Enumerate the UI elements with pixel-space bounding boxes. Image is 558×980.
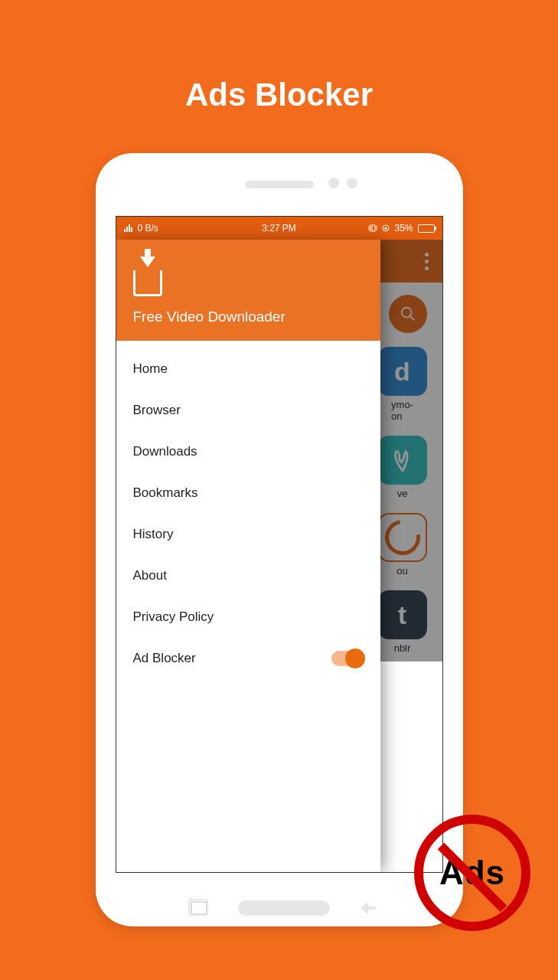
- drawer-items: Home Browser Downloads Bookmarks History…: [116, 341, 380, 872]
- vibrate-icon: [368, 224, 377, 232]
- drawer-item-bookmarks[interactable]: Bookmarks: [116, 472, 380, 514]
- drawer-item-history[interactable]: History: [116, 514, 380, 555]
- sensor-dots: [328, 178, 357, 188]
- tile-label: ve: [397, 488, 408, 499]
- promo-title: Ads Blocker: [0, 0, 558, 113]
- recents-icon[interactable]: [191, 901, 207, 915]
- screen: 0 B/s 3:27 PM 35%: [116, 216, 443, 873]
- tile-youku[interactable]: ou: [378, 513, 427, 577]
- drawer-item-about[interactable]: About: [116, 555, 380, 596]
- tile-label: ou: [396, 565, 407, 577]
- home-button[interactable]: [238, 900, 330, 916]
- drawer-item-privacy[interactable]: Privacy Policy: [116, 596, 380, 638]
- back-icon[interactable]: [361, 902, 368, 914]
- tile-label: nblr: [394, 642, 411, 654]
- tile-tumblr[interactable]: t nblr: [378, 590, 427, 654]
- search-icon: [400, 305, 416, 322]
- tile-dailymotion[interactable]: d ymo-on: [378, 347, 427, 422]
- earpiece: [245, 181, 314, 188]
- drawer-item-downloads[interactable]: Downloads: [116, 431, 380, 472]
- phone-frame: 0 B/s 3:27 PM 35%: [96, 153, 463, 926]
- adblocker-toggle[interactable]: [331, 651, 364, 666]
- svg-rect-1: [385, 227, 387, 230]
- overflow-menu-icon[interactable]: [425, 253, 429, 270]
- search-button[interactable]: [389, 295, 427, 333]
- drawer-app-name: Free Video Downloader: [133, 309, 364, 325]
- tile-vine[interactable]: ve: [378, 436, 427, 499]
- drawer-item-browser[interactable]: Browser: [116, 390, 380, 431]
- status-bar: 0 B/s 3:27 PM 35%: [116, 217, 442, 240]
- rotate-lock-icon: [382, 224, 390, 232]
- no-ads-text: Ads: [439, 854, 505, 892]
- status-time: 3:27 PM: [262, 223, 296, 234]
- svg-point-2: [401, 308, 411, 318]
- no-ads-badge: Ads: [414, 815, 530, 931]
- app-logo-icon: [133, 260, 162, 296]
- battery-icon: [418, 224, 435, 233]
- navigation-drawer: Free Video Downloader Home Browser Downl…: [116, 240, 380, 872]
- system-navbar: [96, 900, 463, 916]
- vine-icon: [390, 447, 416, 473]
- tile-label: ymo-on: [391, 399, 413, 422]
- data-rate: 0 B/s: [138, 223, 158, 234]
- battery-pct: 35%: [394, 223, 413, 234]
- drawer-header: Free Video Downloader: [116, 240, 380, 341]
- svg-line-3: [410, 316, 414, 321]
- ring-icon: [377, 513, 426, 562]
- drawer-item-home[interactable]: Home: [116, 348, 380, 390]
- signal-icon: [124, 224, 133, 232]
- drawer-item-adblocker[interactable]: Ad Blocker: [116, 638, 380, 679]
